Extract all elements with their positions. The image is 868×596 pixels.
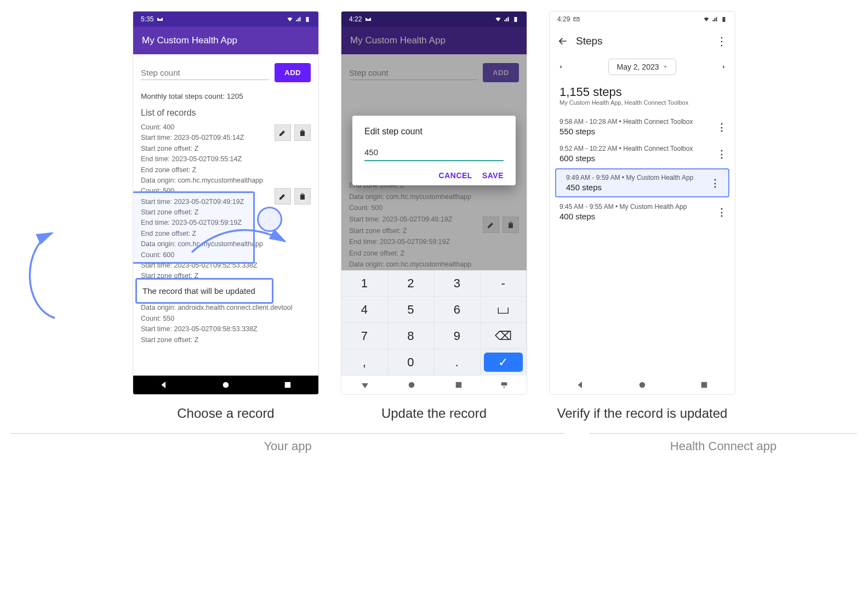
keypad-key[interactable]: 0: [388, 349, 435, 376]
delete-button: [502, 217, 519, 233]
wifi-icon: [287, 16, 293, 22]
summary-steps: 1,155 steps: [559, 85, 725, 99]
page-title: Steps: [576, 35, 603, 47]
status-bar: 4:29: [550, 12, 735, 27]
dialog-value-input[interactable]: 450: [364, 147, 504, 161]
gmail-icon: [157, 16, 163, 22]
keypad-key[interactable]: 8: [388, 323, 435, 349]
numeric-keypad: 123-456⌴789⌫,0.✓: [341, 270, 527, 376]
status-bar: 5:35: [133, 12, 318, 27]
status-time: 5:35: [141, 15, 153, 23]
nav-home-icon[interactable]: [221, 380, 231, 390]
android-nav-bar: [550, 376, 735, 394]
prev-day-icon[interactable]: [557, 64, 564, 70]
gmail-icon: [573, 16, 580, 22]
keypad-key[interactable]: -: [481, 270, 527, 297]
arrow-callout-to-record: [19, 219, 74, 329]
dialog-title: Edit step count: [364, 127, 504, 137]
keypad-key[interactable]: 4: [341, 297, 388, 323]
signal-icon: [295, 16, 302, 22]
overflow-menu-icon[interactable]: ⋮: [716, 35, 727, 48]
keypad-key[interactable]: ⌴: [481, 297, 527, 323]
wifi-icon: [495, 16, 501, 22]
svg-rect-3: [456, 382, 462, 388]
app-title: My Custom Health App: [142, 35, 237, 46]
group-label-your-app: Your app: [11, 433, 564, 453]
svg-rect-5: [701, 382, 707, 388]
app-title: My Custom Health App: [350, 35, 446, 46]
keypad-key[interactable]: 1: [341, 270, 388, 297]
daily-summary: 1,155 steps My Custom Health App, Health…: [550, 83, 735, 113]
keypad-key[interactable]: 6: [434, 297, 481, 323]
chevron-down-icon: [663, 64, 668, 70]
app-bar: My Custom Health App: [341, 27, 527, 54]
svg-point-2: [409, 382, 415, 388]
svg-point-0: [223, 382, 229, 388]
record-item: Count: 400Start time: 2023-05-02T09:45:1…: [141, 122, 311, 186]
entry-menu-icon[interactable]: ⋮: [717, 148, 726, 160]
caption-phone3: Verify if the record is updated: [557, 405, 728, 422]
delete-button[interactable]: [294, 188, 311, 205]
edit-button[interactable]: [275, 188, 291, 205]
keypad-key[interactable]: 5: [388, 297, 435, 323]
nav-recent-icon[interactable]: [699, 380, 709, 390]
step-count-input: [349, 66, 477, 80]
android-nav-bar: [133, 376, 318, 394]
step-count-input[interactable]: [141, 66, 269, 80]
back-arrow-icon[interactable]: [557, 36, 568, 47]
caption-phone1: Choose a record: [177, 405, 274, 422]
list-of-records-header: List of records: [141, 108, 311, 118]
status-bar: 4:22: [341, 12, 527, 27]
nav-recent-icon[interactable]: [283, 380, 293, 390]
keyboard-hide-icon[interactable]: [500, 380, 508, 390]
entry-menu-icon[interactable]: ⋮: [717, 121, 726, 133]
wifi-icon: [703, 16, 710, 22]
app-bar: My Custom Health App: [133, 27, 318, 54]
android-nav-bar: [341, 376, 527, 394]
date-navigator: May 2, 2023: [550, 51, 735, 83]
nav-recent-icon[interactable]: [454, 380, 464, 390]
entry-menu-icon[interactable]: ⋮: [717, 206, 726, 218]
keypad-key[interactable]: 2: [388, 270, 435, 297]
cancel-button[interactable]: CANCEL: [439, 171, 472, 180]
steps-entry[interactable]: 9:45 AM - 9:55 AM • My Custom Health App…: [550, 198, 735, 225]
edit-button[interactable]: [275, 124, 291, 141]
nav-back-icon[interactable]: [360, 380, 370, 390]
date-dropdown[interactable]: May 2, 2023: [608, 59, 676, 75]
svg-point-4: [639, 382, 646, 388]
keypad-key[interactable]: ✓: [484, 353, 524, 372]
keypad-key[interactable]: 3: [434, 270, 481, 297]
keypad-key[interactable]: 7: [341, 323, 388, 349]
next-day-icon[interactable]: [721, 64, 727, 70]
keypad-key[interactable]: 9: [434, 323, 481, 349]
nav-back-icon[interactable]: [159, 380, 169, 390]
signal-icon: [504, 16, 510, 22]
nav-home-icon[interactable]: [407, 380, 416, 390]
phone-update-record: 4:22 My Custom Health App ADD End zone o…: [341, 11, 527, 395]
hc-toolbar: Steps ⋮: [550, 27, 735, 51]
battery-icon: [304, 16, 311, 22]
keypad-key[interactable]: ⌫: [481, 323, 527, 349]
monthly-total: Monthly total steps count: 1205: [141, 92, 311, 100]
add-button[interactable]: ADD: [275, 63, 311, 82]
delete-button[interactable]: [294, 124, 311, 141]
edit-step-count-dialog: Edit step count 450 CANCEL SAVE: [352, 116, 516, 185]
caption-phone2: Update the record: [381, 405, 487, 422]
keypad-key[interactable]: ,: [341, 349, 388, 376]
callout-box: The record that will be updated: [135, 278, 273, 304]
nav-home-icon[interactable]: [637, 380, 647, 390]
add-button: ADD: [483, 63, 519, 82]
record-item: Count: 550Start time: 2023-05-02T09:58:5…: [141, 314, 311, 345]
battery-icon: [721, 16, 727, 22]
steps-entry[interactable]: 9:58 AM - 10:28 AM • Health Connect Tool…: [550, 113, 735, 140]
phone-choose-record: 5:35 My Custom Health App ADD Monthly to…: [133, 11, 319, 395]
group-label-health-connect: Health Connect app: [590, 433, 857, 453]
steps-entry[interactable]: 9:52 AM - 10:22 AM • Health Connect Tool…: [550, 140, 735, 167]
nav-back-icon[interactable]: [575, 380, 585, 390]
phone-verify-record: 4:29 Steps ⋮ May 2, 2023: [549, 11, 735, 395]
save-button[interactable]: SAVE: [482, 171, 504, 180]
keypad-key[interactable]: .: [434, 349, 481, 376]
screen-body: ADD Monthly total steps count: 1205 List…: [133, 54, 318, 376]
entry-menu-icon[interactable]: ⋮: [710, 177, 719, 189]
steps-entry[interactable]: 9:49 AM - 9:59 AM • My Custom Health App…: [555, 168, 729, 197]
